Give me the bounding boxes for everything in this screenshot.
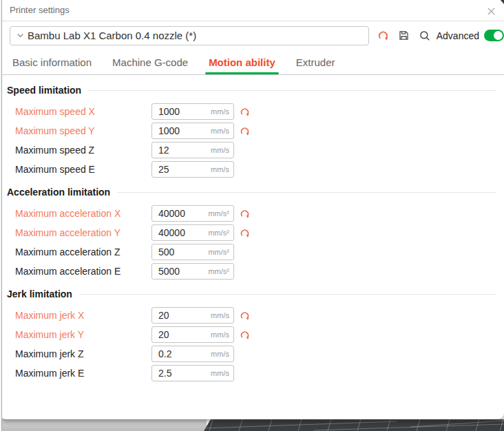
unit-label: mm/s² [208,229,229,237]
value-field: mm/s [151,365,234,381]
section-title: Speed limitation [7,85,81,96]
unit-label: mm/s [211,311,229,319]
max-speed-x-input[interactable] [158,106,200,117]
section-divider [117,192,496,193]
advanced-toggle[interactable] [484,30,504,41]
printer-preset-select[interactable]: Bambu Lab X1 Carbon 0.4 nozzle (*) [10,26,369,45]
reset-value-button[interactable] [239,227,251,239]
row-max-accel-x: Maximum acceleration X mm/s² [0,204,504,223]
section-jerk-limitation: Jerk limitation Maximum jerk X mm/s Maxi… [0,285,504,383]
reset-icon [240,311,250,321]
unit-label: mm/s [211,350,229,358]
row-max-accel-z: Maximum acceleration Z mm/s² [0,242,504,262]
value-field: mm/s [151,142,234,158]
max-jerk-z-input[interactable] [158,348,200,359]
row-max-speed-e: Maximum speed E mm/s [0,160,504,179]
background-scene [0,419,504,431]
value-field: mm/s [151,346,234,362]
settings-tabbar: Basic information Machine G-code Motion … [0,50,504,75]
setting-label: Maximum jerk X [15,310,151,321]
row-max-speed-x: Maximum speed X mm/s [0,102,504,121]
reset-value-button[interactable] [239,125,251,137]
row-max-speed-z: Maximum speed Z mm/s [0,140,504,160]
section-title: Jerk limitation [7,288,72,299]
unit-label: mm/s [211,107,229,116]
max-jerk-x-input[interactable] [158,310,200,321]
row-max-jerk-y: Maximum jerk Y mm/s [0,325,504,344]
reset-value-button[interactable] [239,208,251,220]
value-field: mm/s [151,123,234,139]
printer-settings-dialog: Printer settings Bambu Lab X1 Carbon 0.4… [0,0,504,419]
unit-label: mm/s² [208,209,229,218]
value-field: mm/s² [151,244,234,260]
reset-preset-button[interactable] [377,29,390,43]
dialog-title: Printer settings [10,0,70,21]
setting-label: Maximum acceleration Y [15,227,151,238]
max-accel-e-input[interactable] [158,266,200,277]
setting-label: Maximum acceleration X [15,208,151,219]
preset-toolbar: Bambu Lab X1 Carbon 0.4 nozzle (*) Advan… [0,21,504,50]
reset-value-button[interactable] [239,106,251,118]
row-max-speed-y: Maximum speed Y mm/s [0,121,504,140]
value-field: mm/s² [151,224,234,241]
max-accel-z-input[interactable] [158,246,200,257]
setting-label: Maximum jerk Z [15,348,151,359]
value-field: mm/s [151,161,234,178]
max-accel-x-input[interactable] [158,208,200,219]
row-max-accel-y: Maximum acceleration Y mm/s² [0,223,504,242]
build-plate-grid [204,419,504,431]
setting-label: Maximum speed X [15,106,151,117]
chevron-down-icon [16,31,25,40]
tab-motion-ability[interactable]: Motion ability [209,50,275,74]
row-max-jerk-e: Maximum jerk E mm/s [0,364,504,383]
section-divider [88,90,496,91]
search-icon [419,30,431,42]
max-jerk-y-input[interactable] [158,329,200,340]
unit-label: mm/s [211,146,229,154]
setting-label: Maximum speed E [15,164,151,175]
tab-basic-information[interactable]: Basic information [12,50,92,74]
dialog-titlebar: Printer settings [0,0,504,21]
reset-icon [240,126,250,136]
max-speed-e-input[interactable] [158,164,200,175]
reset-value-button[interactable] [239,329,251,341]
build-plate [204,419,504,431]
setting-label: Maximum acceleration Z [15,246,151,257]
row-max-accel-e: Maximum acceleration E mm/s² [0,262,504,281]
preset-name: Bambu Lab X1 Carbon 0.4 nozzle (*) [28,30,196,41]
tab-machine-gcode[interactable]: Machine G-code [112,50,188,74]
unit-label: mm/s [211,127,229,135]
save-icon [398,30,410,41]
max-jerk-e-input[interactable] [158,368,200,379]
value-field: mm/s² [151,205,234,222]
unit-label: mm/s [211,330,229,339]
section-title: Acceleration limitation [7,187,110,198]
section-header: Jerk limitation [0,285,504,303]
search-settings-button[interactable] [418,29,431,43]
reset-icon [240,228,250,238]
section-divider [79,294,496,295]
window-edge-border [1,0,2,431]
row-max-jerk-z: Maximum jerk Z mm/s [0,344,504,364]
unit-label: mm/s² [208,248,229,256]
unit-label: mm/s [211,165,229,174]
value-field: mm/s [151,326,234,343]
background-floor [0,419,207,431]
max-accel-y-input[interactable] [158,227,200,238]
tab-extruder[interactable]: Extruder [296,50,335,74]
max-speed-z-input[interactable] [158,145,200,156]
save-preset-button[interactable] [397,29,410,43]
setting-label: Maximum speed Z [15,145,151,156]
close-button[interactable] [483,3,498,19]
section-acceleration-limitation: Acceleration limitation Maximum accelera… [0,183,504,281]
setting-label: Maximum acceleration E [15,266,151,277]
row-max-jerk-x: Maximum jerk X mm/s [0,306,504,325]
setting-label: Maximum jerk E [15,368,151,379]
reset-value-button[interactable] [239,310,251,322]
max-speed-y-input[interactable] [158,125,200,136]
reset-icon [240,330,250,340]
value-field: mm/s [151,307,234,324]
section-header: Speed limitation [0,81,504,99]
reset-icon [377,30,389,41]
advanced-label: Advanced [437,30,479,41]
